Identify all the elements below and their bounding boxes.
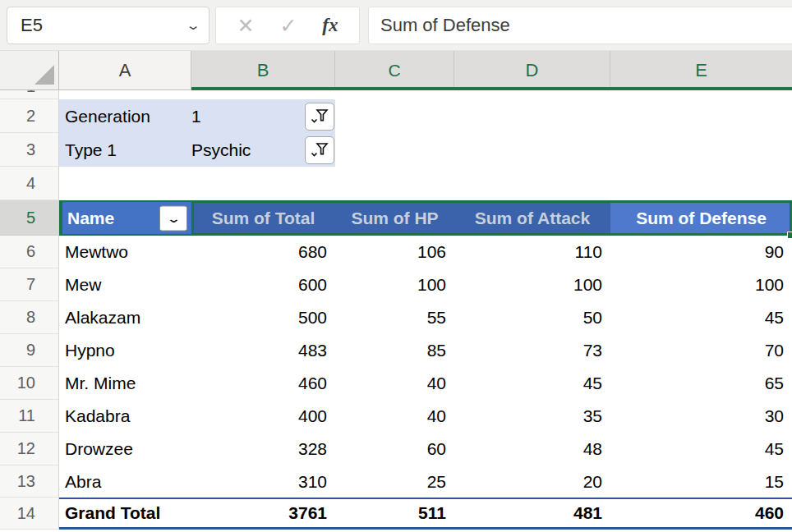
cancel-icon[interactable]: ✕ [237,14,254,38]
col-header-a[interactable]: A [59,51,191,90]
cell[interactable] [610,99,792,133]
hp-cell[interactable]: 25 [335,466,454,498]
name-cell[interactable]: Abra [59,466,191,498]
total-cell[interactable]: 400 [191,400,335,433]
row-header-10[interactable]: 10 [0,367,59,400]
row-header-3[interactable]: 3 [0,133,59,167]
select-all-corner[interactable] [0,51,59,90]
row-header-1[interactable]: 1 [0,90,59,99]
defense-cell[interactable]: 100 [610,268,792,301]
pivot-name-header-cell[interactable]: Name ⌄ [59,200,191,236]
row-header-8[interactable]: 8 [0,301,59,334]
name-cell[interactable]: Mr. Mime [59,367,191,400]
hp-cell[interactable]: 85 [335,334,454,367]
name-cell[interactable]: Kadabra [59,400,191,433]
col-header-c[interactable]: C [335,51,454,90]
total-cell[interactable]: 460 [191,367,335,400]
name-cell[interactable]: Mew [59,268,191,301]
col-header-e[interactable]: E [610,51,792,90]
cell[interactable] [335,90,454,99]
selection-fill-handle[interactable] [787,232,792,239]
total-cell[interactable]: 500 [191,301,335,334]
insert-function-icon[interactable]: fx [322,15,338,36]
cell[interactable] [335,99,454,133]
type1-filter-button[interactable] [305,136,334,164]
row-header-11[interactable]: 11 [0,400,59,433]
grand-total-label-cell[interactable]: Grand Total [59,499,191,527]
cell[interactable] [59,90,191,99]
defense-cell[interactable]: 70 [610,334,792,367]
row-header-6[interactable]: 6 [0,236,59,268]
defense-cell[interactable]: 30 [610,400,792,433]
row-header-13[interactable]: 13 [0,466,59,498]
defense-cell[interactable]: 45 [610,433,792,466]
name-cell[interactable]: Hypno [59,334,191,367]
name-cell[interactable]: Drowzee [59,433,191,466]
attack-cell[interactable]: 20 [454,466,610,498]
name-cell[interactable]: Alakazam [59,301,191,334]
filter-value-generation[interactable]: 1 [191,107,201,126]
defense-cell[interactable]: 65 [610,367,792,400]
col-header-b[interactable]: B [191,51,335,90]
generation-filter-button[interactable] [305,103,334,131]
defense-cell[interactable]: 90 [610,236,792,268]
attack-cell[interactable]: 110 [454,236,610,268]
formula-bar[interactable]: Sum of Defense [368,7,792,44]
enter-check-icon[interactable]: ✓ [279,14,297,38]
row-header-5[interactable]: 5 [0,200,59,236]
total-cell[interactable]: 483 [191,334,335,367]
cell[interactable] [454,90,610,99]
attack-cell[interactable]: 35 [454,400,610,433]
chevron-down-icon[interactable]: ⌄ [186,18,201,33]
cell[interactable] [335,133,454,167]
row-header-4[interactable]: 4 [0,167,59,200]
name-cell[interactable]: Mewtwo [59,236,191,268]
pivot-value-header-attack[interactable]: Sum of Attack [454,200,610,236]
cell[interactable] [610,133,792,167]
cell[interactable] [191,167,335,200]
attack-cell[interactable]: 45 [454,367,610,400]
total-cell[interactable]: 680 [191,236,335,268]
name-filter-dropdown-button[interactable]: ⌄ [159,205,187,231]
grand-total-attack-cell[interactable]: 481 [454,499,610,527]
grand-total-hp-cell[interactable]: 511 [335,499,454,527]
hp-cell[interactable]: 106 [335,236,454,268]
filter-label-generation[interactable]: Generation [59,107,191,126]
cell[interactable] [59,167,191,200]
cell[interactable] [454,167,610,200]
attack-cell[interactable]: 73 [454,334,610,367]
name-box[interactable]: E5 ⌄ [7,7,210,44]
total-cell[interactable]: 310 [191,466,335,498]
hp-cell[interactable]: 60 [335,433,454,466]
row-header-7[interactable]: 7 [0,268,59,301]
hp-cell[interactable]: 40 [335,367,454,400]
attack-cell[interactable]: 50 [454,301,610,334]
row-header-2[interactable]: 2 [0,99,59,133]
cell[interactable] [454,99,610,133]
cell[interactable] [191,90,335,99]
total-cell[interactable]: 328 [191,433,335,466]
filter-value-type1[interactable]: Psychic [191,140,251,160]
hp-cell[interactable]: 100 [335,268,454,301]
row-header-14[interactable]: 14 [0,498,59,530]
col-header-d[interactable]: D [454,51,610,90]
cell[interactable] [610,90,792,99]
defense-cell[interactable]: 45 [610,301,792,334]
defense-cell[interactable]: 15 [610,466,792,498]
pivot-value-header-hp[interactable]: Sum of HP [335,200,454,236]
attack-cell[interactable]: 48 [454,433,610,466]
total-cell[interactable]: 600 [191,268,335,301]
filter-label-type1[interactable]: Type 1 [59,140,191,160]
grand-total-total-cell[interactable]: 3761 [191,499,335,527]
pivot-value-header-defense-active-cell[interactable]: Sum of Defense [610,200,792,236]
cell[interactable] [454,133,610,167]
row-header-9[interactable]: 9 [0,334,59,367]
pivot-value-header-total[interactable]: Sum of Total [191,200,335,236]
attack-cell[interactable]: 100 [454,268,610,301]
hp-cell[interactable]: 55 [335,301,454,334]
cell[interactable] [610,167,792,200]
row-header-12[interactable]: 12 [0,433,59,466]
hp-cell[interactable]: 40 [335,400,454,433]
grand-total-defense-cell[interactable]: 460 [610,499,792,527]
cell[interactable] [335,167,454,200]
